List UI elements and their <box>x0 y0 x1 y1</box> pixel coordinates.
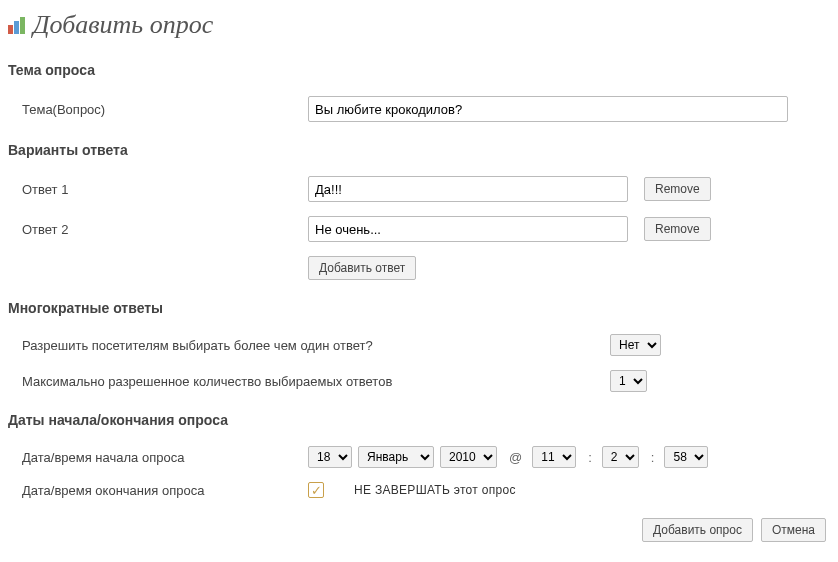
section-multiple-heading: Многократные ответы <box>8 300 830 316</box>
max-allowed-label: Максимально разрешенное количество выбир… <box>8 374 610 389</box>
no-end-checkbox[interactable] <box>308 482 324 498</box>
section-multiple: Многократные ответы Разрешить посетителя… <box>8 300 830 392</box>
start-date-label: Дата/время начала опроса <box>8 450 308 465</box>
allow-multiple-select[interactable]: Нет <box>610 334 661 356</box>
page-title-text: Добавить опрос <box>33 10 213 40</box>
allow-multiple-label: Разрешить посетителям выбирать более чем… <box>8 338 610 353</box>
footer-buttons: Добавить опрос Отмена <box>8 518 830 542</box>
answer-row: Ответ 1 Remove <box>8 176 830 202</box>
topic-label: Тема(Вопрос) <box>8 102 308 117</box>
start-month-select[interactable]: Январь <box>358 446 434 468</box>
start-hour-select[interactable]: 11 <box>532 446 576 468</box>
max-allowed-select[interactable]: 1 <box>610 370 647 392</box>
start-second-select[interactable]: 58 <box>664 446 708 468</box>
section-topic-heading: Тема опроса <box>8 62 830 78</box>
no-end-label: НЕ ЗАВЕРШАТЬ этот опрос <box>354 483 516 497</box>
chart-bars-icon <box>8 16 25 34</box>
answer-label: Ответ 2 <box>8 222 308 237</box>
section-dates-heading: Даты начала/окончания опроса <box>8 412 830 428</box>
submit-button[interactable]: Добавить опрос <box>642 518 753 542</box>
answer-row: Ответ 2 Remove <box>8 216 830 242</box>
answer-input[interactable] <box>308 176 628 202</box>
section-answers: Варианты ответа Ответ 1 Remove Ответ 2 R… <box>8 142 830 280</box>
start-year-select[interactable]: 2010 <box>440 446 497 468</box>
section-dates: Даты начала/окончания опроса Дата/время … <box>8 412 830 498</box>
start-minute-select[interactable]: 2 <box>602 446 639 468</box>
topic-input[interactable] <box>308 96 788 122</box>
at-separator: @ <box>503 450 528 465</box>
section-topic: Тема опроса Тема(Вопрос) <box>8 62 830 122</box>
end-date-label: Дата/время окончания опроса <box>8 483 308 498</box>
page-title: Добавить опрос <box>8 10 830 40</box>
remove-button[interactable]: Remove <box>644 217 711 241</box>
colon-separator: : <box>582 450 598 465</box>
add-answer-button[interactable]: Добавить ответ <box>308 256 416 280</box>
start-day-select[interactable]: 18 <box>308 446 352 468</box>
cancel-button[interactable]: Отмена <box>761 518 826 542</box>
remove-button[interactable]: Remove <box>644 177 711 201</box>
answer-input[interactable] <box>308 216 628 242</box>
colon-separator: : <box>645 450 661 465</box>
section-answers-heading: Варианты ответа <box>8 142 830 158</box>
answer-label: Ответ 1 <box>8 182 308 197</box>
